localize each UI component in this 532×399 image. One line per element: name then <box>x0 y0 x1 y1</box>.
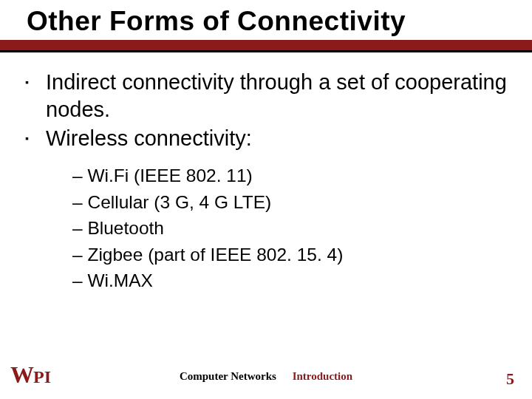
bullet-text: Wireless connectivity: <box>46 126 252 150</box>
slide-title: Other Forms of Connectivity <box>27 6 517 37</box>
bullet-item: Wireless connectivity: Wi.Fi (IEEE 802. … <box>25 125 516 294</box>
wpi-logo: W PI <box>10 361 51 389</box>
sub-bullet-item: Cellular (3 G, 4 G LTE) <box>72 189 516 216</box>
title-accent-bar <box>0 40 532 50</box>
slide-body: Indirect connectivity through a set of c… <box>0 52 532 303</box>
sub-bullet-item: Wi.Fi (IEEE 802. 11) <box>72 163 516 189</box>
slide-footer: W PI Computer Networks Introduction 5 <box>0 365 532 387</box>
footer-section-name: Introduction <box>293 370 352 382</box>
logo-letter-w: W <box>10 361 33 389</box>
bullet-item: Indirect connectivity through a set of c… <box>25 69 516 123</box>
sub-bullet-item: Wi.MAX <box>72 267 516 294</box>
sub-bullet-item: Zigbee (part of IEEE 802. 15. 4) <box>72 242 516 268</box>
logo-letters-pi: PI <box>33 367 51 387</box>
footer-center-text: Computer Networks Introduction <box>180 370 352 383</box>
page-number: 5 <box>506 369 514 389</box>
sub-bullet-item: Bluetooth <box>72 215 516 242</box>
footer-course-name: Computer Networks <box>180 370 276 382</box>
